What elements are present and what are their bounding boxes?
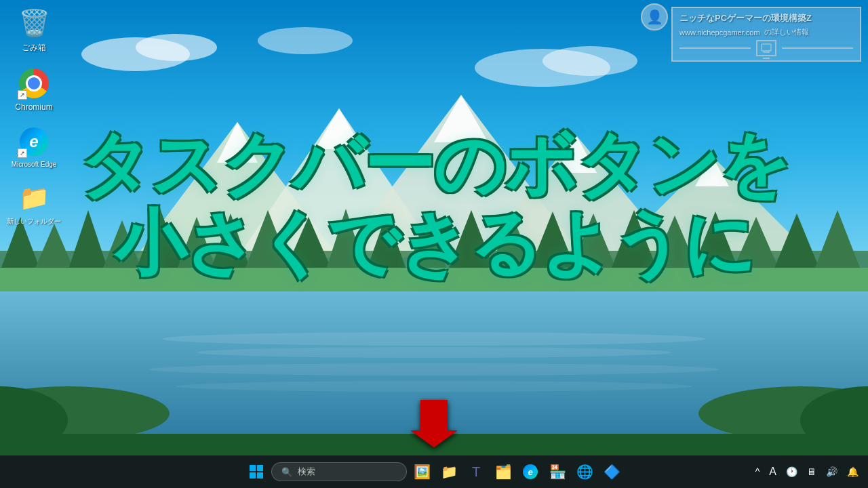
taskbar-app5-icon[interactable]: 🌐 [572,460,597,484]
taskbar-search[interactable]: 🔍 検索 [271,462,407,481]
avatar-icon: 👤 [646,9,663,25]
avatar-circle[interactable]: 👤 [641,3,668,30]
svg-point-41 [0,386,68,454]
taskbar-edge-icon[interactable]: e [518,460,542,484]
explorer2-icon: 🗂️ [495,464,512,480]
svg-rect-50 [762,44,771,51]
svg-point-47 [475,49,610,87]
svg-rect-57 [250,472,256,479]
tray-font[interactable]: A [766,463,779,481]
chromium-icon[interactable]: ↗ Chromium [7,67,61,112]
start-button[interactable] [244,460,269,484]
explorer-icon: 📁 [441,464,458,480]
taskbar-explorer2-icon[interactable]: 🗂️ [491,460,515,484]
tray-notification[interactable]: 🔔 [844,464,861,480]
chromium-label: Chromium [15,102,52,112]
recycle-bin-label: ごみ箱 [22,42,46,54]
overlay-line1: タスクバーのボタンを [79,125,789,204]
tray-clock[interactable]: 🕐 [783,464,800,480]
watermark-url: www.nichepcgamer.com [679,28,760,37]
svg-point-49 [258,27,353,54]
photos-icon: 🖼️ [414,464,431,480]
shortcut-arrow: ↗ [18,90,27,100]
app5-icon: 🌐 [576,464,593,480]
taskbar-right-tray: ^ A 🕐 🖥 🔊 🔔 [753,463,861,481]
svg-point-39 [176,381,692,392]
taskbar-teams-icon[interactable]: T [464,460,488,484]
taskbar-photos-icon[interactable]: 🖼️ [410,460,434,484]
taskbar-center: 🔍 検索 🖼️ 📁 T 🗂️ e [244,460,624,484]
svg-point-45 [81,37,190,71]
tray-chevron[interactable]: ^ [753,464,763,480]
svg-point-37 [197,347,671,358]
overlay-text: タスクバーのボタンを 小さくできるように [0,125,868,282]
taskbar-app6-icon[interactable]: 🔷 [599,460,624,484]
watermark-monitor-icon [756,40,776,56]
overlay-line2: 小さくできるように [115,203,754,283]
svg-rect-55 [250,465,256,471]
desktop: 🗑️ ごみ箱 ↗ Chromium e ↗ Microsoft Edge 📁 [0,0,868,488]
watermark-line-left [679,47,751,49]
down-arrow [410,396,458,451]
taskbar-explorer-icon[interactable]: 📁 [437,460,461,484]
watermark-bottom-row [679,40,853,56]
svg-rect-58 [257,472,263,479]
svg-point-43 [800,386,868,454]
search-icon: 🔍 [281,467,292,477]
tray-display[interactable]: 🖥 [804,464,819,480]
taskbar-store-icon[interactable]: 🏪 [545,460,570,484]
chromium-image: ↗ [18,67,50,100]
recycle-bin-image: 🗑️ [18,7,50,39]
recycle-bin-icon[interactable]: 🗑️ ごみ箱 [7,7,61,54]
watermark-subtitle: の詳しい情報 [764,27,809,37]
overlay-title: タスクバーのボタンを 小さくできるように [14,125,854,282]
svg-point-40 [0,386,170,441]
svg-point-46 [136,34,217,61]
down-arrow-svg [410,396,458,451]
watermark-title: ニッチなPCゲーマーの環境構築Z [679,12,853,24]
svg-point-48 [542,46,637,76]
svg-rect-56 [257,465,263,471]
tray-volume[interactable]: 🔊 [823,464,840,480]
watermark-box: ニッチなPCゲーマーの環境構築Z www.nichepcgamer.com の詳… [671,7,861,62]
svg-marker-54 [410,400,458,447]
app6-icon: 🔷 [604,464,620,480]
edge-browser-icon: e [523,464,538,479]
watermark-line-right [782,47,853,49]
svg-point-42 [698,386,868,441]
svg-point-36 [163,332,705,346]
taskbar: 🔍 検索 🖼️ 📁 T 🗂️ e [0,455,868,488]
teams-icon: T [472,464,480,480]
store-icon: 🏪 [549,464,566,480]
svg-point-38 [149,363,719,375]
search-label: 検索 [298,466,315,478]
